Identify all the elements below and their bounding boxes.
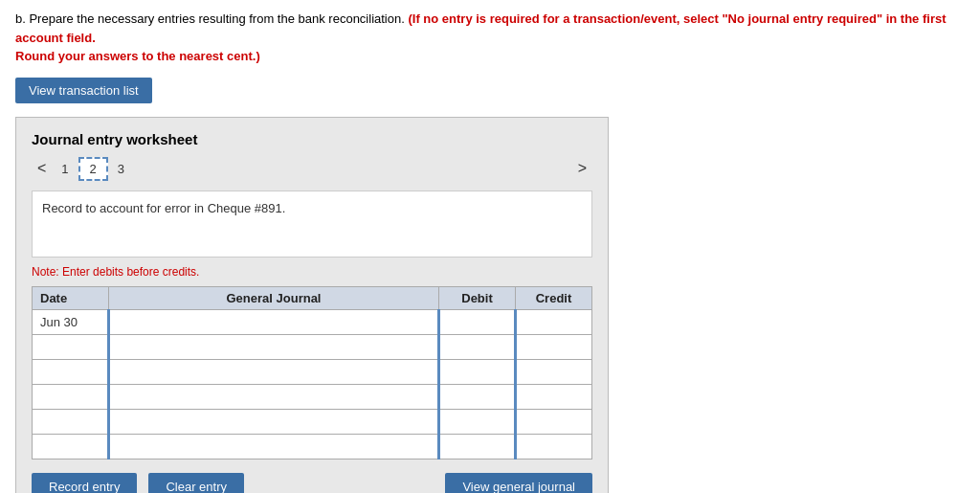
header-date: Date [33,286,109,309]
debit-input-0[interactable] [440,310,514,334]
tab-3[interactable]: 3 [108,159,134,179]
general-input-3[interactable] [110,385,437,409]
description-box: Record to account for error in Cheque #8… [32,190,592,258]
credit-input-5[interactable] [517,435,591,459]
general-input-4[interactable] [110,410,437,434]
debit-cell-2 [439,359,516,384]
view-general-journal-button[interactable]: View general journal [445,473,592,494]
tab-1[interactable]: 1 [52,159,78,179]
general-cell-4 [109,409,439,434]
credit-input-3[interactable] [517,385,591,409]
date-cell-4 [33,409,109,434]
general-cell-1 [109,334,439,359]
debit-cell-1 [439,334,516,359]
next-arrow-button[interactable]: > [572,158,592,179]
credit-input-0[interactable] [517,310,591,334]
nav-row: < 1 2 3 > [32,157,592,181]
debit-input-4[interactable] [440,410,514,434]
credit-input-1[interactable] [517,335,591,359]
worksheet-container: Journal entry worksheet < 1 2 3 > Record… [15,117,609,494]
debit-input-2[interactable] [440,360,514,384]
date-cell-2 [33,359,109,384]
general-cell-2 [109,359,439,384]
view-transaction-button[interactable]: View transaction list [15,78,152,103]
credit-cell-4 [516,409,592,434]
debit-input-3[interactable] [440,385,514,409]
bottom-buttons: Record entry Clear entry View general jo… [32,473,592,494]
credit-cell-1 [516,334,592,359]
debit-cell-5 [439,434,516,459]
clear-entry-button[interactable]: Clear entry [148,473,244,494]
credit-cell-2 [516,359,592,384]
general-input-0[interactable] [110,310,437,334]
row-date-0: Jun 30 [33,309,109,334]
debit-input-1[interactable] [440,335,514,359]
credit-input-2[interactable] [517,360,591,384]
header-credit: Credit [516,286,592,309]
general-cell-5 [109,434,439,459]
credit-cell-5 [516,434,592,459]
debit-cell-4 [439,409,516,434]
tab-2[interactable]: 2 [78,157,108,181]
debit-cell-0 [439,309,516,334]
date-input-1[interactable] [33,335,107,359]
record-entry-button[interactable]: Record entry [32,473,137,494]
general-cell-3 [109,384,439,409]
date-cell-5 [33,434,109,459]
date-cell-3 [33,384,109,409]
note-text: Note: Enter debits before credits. [32,265,592,279]
instruction-prefix: b. Prepare the necessary entries resulti… [15,11,405,26]
date-input-3[interactable] [33,385,107,409]
general-input-1[interactable] [110,335,437,359]
prev-arrow-button[interactable]: < [32,158,52,179]
date-input-5[interactable] [33,435,107,459]
header-debit: Debit [439,286,516,309]
credit-cell-3 [516,384,592,409]
instruction-red-plain: Round your answers to the nearest cent.) [15,47,965,66]
instruction-block: b. Prepare the necessary entries resulti… [15,10,965,66]
credit-input-4[interactable] [517,410,591,434]
general-input-5[interactable] [110,435,437,459]
general-input-2[interactable] [110,360,437,384]
journal-table: Date General Journal Debit Credit Jun 30 [32,286,592,459]
description-text: Record to account for error in Cheque #8… [42,201,285,215]
header-general-journal: General Journal [109,286,439,309]
credit-cell-0 [516,309,592,334]
worksheet-title: Journal entry worksheet [32,131,592,147]
date-input-2[interactable] [33,360,107,384]
date-input-4[interactable] [33,410,107,434]
debit-input-5[interactable] [440,435,514,459]
general-cell-0 [109,309,439,334]
date-cell-1 [33,334,109,359]
debit-cell-3 [439,384,516,409]
